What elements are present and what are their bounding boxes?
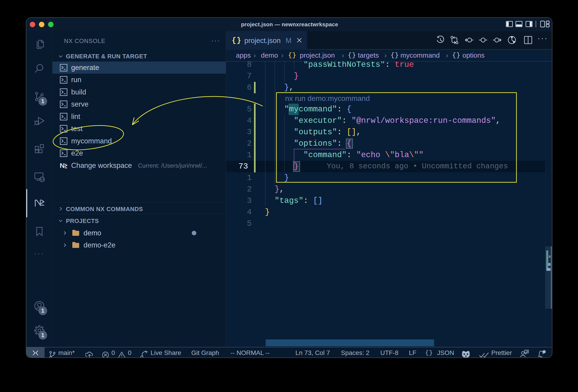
svg-text:N: N bbox=[60, 162, 65, 169]
